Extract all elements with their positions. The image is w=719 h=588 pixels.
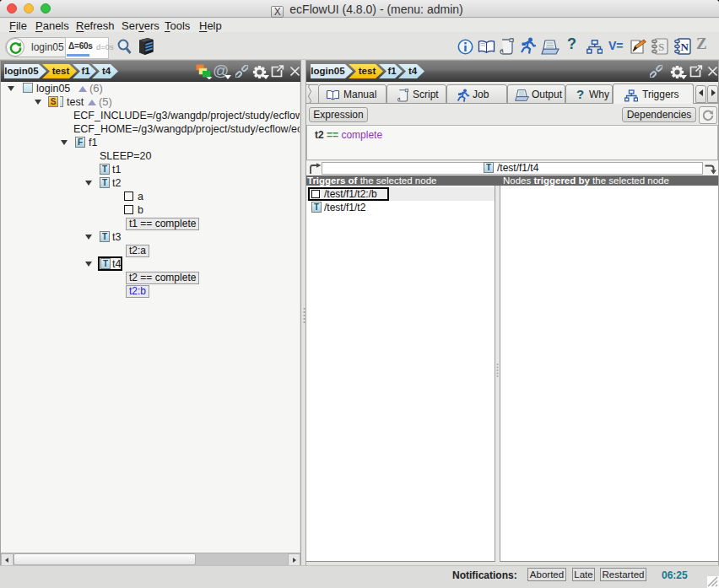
svg-text:S: S [658,40,664,53]
svg-text:N: N [681,40,689,53]
